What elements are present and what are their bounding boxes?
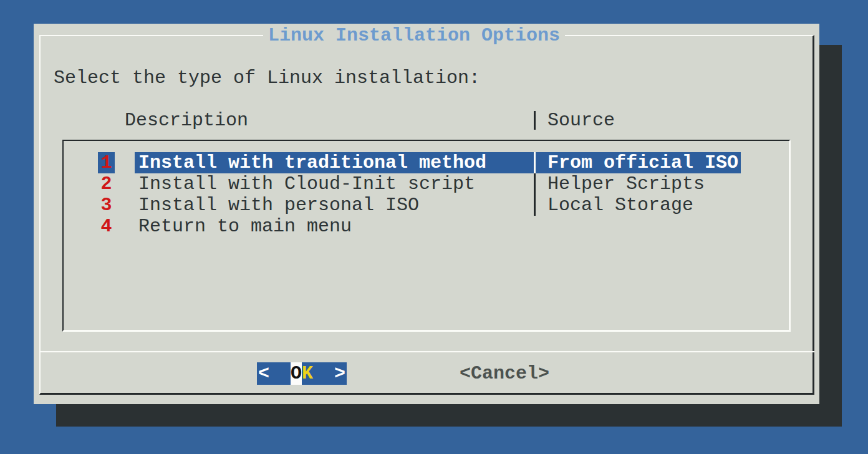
terminal-screen: Linux Installation Options Select the ty…	[0, 0, 868, 454]
item-column-separator	[534, 195, 547, 216]
row-separator-line	[534, 173, 536, 195]
item-band: Install with traditional methodFrom offi…	[135, 152, 741, 173]
item-column-separator	[534, 173, 547, 195]
ok-hotkey-letter: K	[302, 362, 313, 385]
menu-item-3[interactable]: 3Install with personal ISOLocal Storage	[64, 195, 789, 216]
ok-cursor-block: O	[291, 362, 302, 385]
item-description: Install with Cloud-Init script	[135, 173, 534, 195]
item-band: Install with personal ISOLocal Storage	[135, 195, 696, 216]
prompt-text: Select the type of Linux installation:	[54, 67, 480, 89]
item-tag: 3	[98, 195, 115, 216]
menu-item-2[interactable]: 2Install with Cloud-Init scriptHelper Sc…	[64, 173, 789, 195]
column-header-source: Source	[547, 110, 615, 131]
row-separator-line	[534, 195, 536, 216]
row-separator-line	[534, 152, 536, 173]
dialog-title: Linux Installation Options	[263, 25, 565, 46]
item-tag: 4	[98, 216, 115, 237]
column-separator-line	[534, 111, 536, 130]
item-tag: 1	[98, 152, 115, 173]
cancel-button[interactable]: <Cancel>	[460, 362, 549, 385]
column-header-description: Description	[125, 110, 248, 131]
item-source: From official ISO	[547, 152, 738, 173]
menu-item-4[interactable]: 4Return to main menu	[64, 216, 789, 237]
item-description: Install with traditional method	[135, 152, 534, 173]
item-description: Install with personal ISO	[135, 195, 534, 216]
ok-bracket-left: <	[258, 362, 269, 385]
item-band: Return to main menu	[135, 216, 536, 237]
menu-item-1[interactable]: 1Install with traditional methodFrom off…	[64, 152, 789, 173]
item-source: Local Storage	[547, 195, 693, 216]
item-column-separator	[534, 152, 547, 173]
item-description: Return to main menu	[135, 216, 534, 237]
item-source: Helper Scripts	[547, 173, 705, 195]
buttons-separator-line	[39, 351, 814, 352]
ok-button[interactable]: < O K >	[257, 362, 347, 385]
item-tag: 2	[98, 173, 115, 195]
ok-bracket-right: >	[334, 362, 345, 385]
menu-listbox: 1Install with traditional methodFrom off…	[62, 140, 791, 332]
dialog-window: Linux Installation Options Select the ty…	[34, 24, 819, 404]
item-band: Install with Cloud-Init scriptHelper Scr…	[135, 173, 707, 195]
